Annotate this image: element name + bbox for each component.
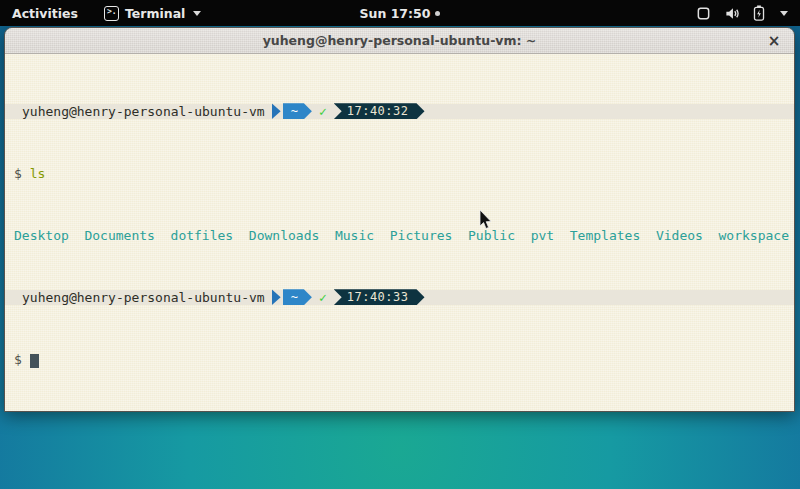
prompt-symbol: $ bbox=[14, 352, 22, 367]
close-button[interactable]: × bbox=[764, 31, 784, 51]
directory-name: Videos bbox=[656, 228, 703, 243]
screen-icon bbox=[696, 6, 711, 21]
window-title: yuheng@henry-personal-ubuntu-vm: ~ bbox=[263, 33, 537, 48]
directory-name: Downloads bbox=[249, 228, 319, 243]
directory-name: Pictures bbox=[390, 228, 453, 243]
activities-label: Activities bbox=[12, 6, 78, 21]
powerline-segment: ~✓17:40:32 bbox=[265, 103, 425, 119]
command-text: ls bbox=[30, 166, 46, 181]
chevron-down-icon bbox=[780, 11, 788, 16]
top-bar: Activities >. Terminal Sun 17:50 bbox=[0, 0, 800, 26]
prompt-user: yuheng@henry-personal-ubuntu-vm bbox=[22, 290, 265, 306]
prompt-line: yuheng@henry-personal-ubuntu-vm~✓17:40:3… bbox=[5, 104, 794, 120]
time-segment: 17:40:33 bbox=[334, 289, 425, 305]
battery-charging-icon bbox=[753, 5, 765, 21]
terminal-window: yuheng@henry-personal-ubuntu-vm: ~ × yuh… bbox=[4, 27, 795, 412]
directory-name: Music bbox=[335, 228, 374, 243]
activities-button[interactable]: Activities bbox=[0, 0, 90, 26]
app-menu-terminal[interactable]: >. Terminal bbox=[98, 0, 207, 26]
directory-name: Desktop bbox=[14, 228, 69, 243]
path-segment: ~ bbox=[283, 289, 312, 305]
terminal-content[interactable]: yuheng@henry-personal-ubuntu-vm~✓17:40:3… bbox=[5, 54, 794, 411]
time-segment: 17:40:32 bbox=[334, 103, 425, 119]
app-menu-label: Terminal bbox=[125, 6, 185, 21]
ls-output: Desktop Documents dotfiles Downloads Mus… bbox=[5, 228, 794, 244]
prompt-line: yuheng@henry-personal-ubuntu-vm~✓17:40:3… bbox=[5, 290, 794, 306]
directory-name: workspace bbox=[719, 228, 789, 243]
input-line[interactable]: $ bbox=[5, 352, 794, 368]
chevron-down-icon bbox=[193, 11, 201, 16]
directory-name: pvt bbox=[531, 228, 554, 243]
directory-name: Templates bbox=[570, 228, 640, 243]
window-titlebar[interactable]: yuheng@henry-personal-ubuntu-vm: ~ × bbox=[5, 28, 794, 54]
text-cursor bbox=[30, 354, 39, 368]
terminal-icon: >. bbox=[104, 6, 119, 21]
system-tray[interactable] bbox=[684, 0, 800, 26]
arrow-right-icon bbox=[272, 289, 281, 305]
powerline-segment: ~✓17:40:33 bbox=[265, 289, 425, 305]
volume-icon bbox=[724, 6, 740, 21]
check-icon: ✓ bbox=[319, 290, 327, 306]
clock-label: Sun 17:50 bbox=[360, 6, 431, 21]
directory-name: Documents bbox=[84, 228, 154, 243]
path-segment: ~ bbox=[283, 103, 312, 119]
arrow-right-icon bbox=[272, 103, 281, 119]
prompt-symbol: $ bbox=[14, 166, 22, 181]
directory-name: dotfiles bbox=[171, 228, 234, 243]
prompt-user: yuheng@henry-personal-ubuntu-vm bbox=[22, 104, 265, 120]
directory-name: Public bbox=[468, 228, 515, 243]
notification-dot-icon bbox=[435, 11, 440, 16]
command-line: $ ls bbox=[5, 166, 794, 182]
check-icon: ✓ bbox=[319, 104, 327, 120]
